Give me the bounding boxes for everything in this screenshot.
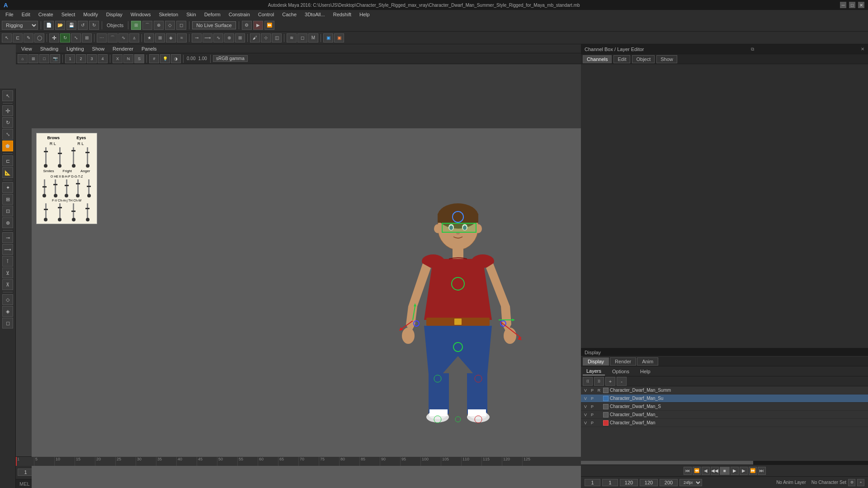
skip-start-button[interactable]: ⏮ xyxy=(684,467,692,475)
menu-file[interactable]: File xyxy=(2,11,17,18)
menu-skin[interactable]: Skin xyxy=(183,11,199,18)
layer-v-1[interactable]: V xyxy=(583,388,588,393)
vp-cam-button[interactable]: 📷 xyxy=(50,54,60,63)
move-tool-lp-button[interactable]: ✛ xyxy=(2,105,13,116)
sculpt-lp-button[interactable]: ✦ xyxy=(2,182,13,193)
rotate-tool-lp-button[interactable]: ↻ xyxy=(2,117,13,128)
move-tool-button[interactable]: ✛ xyxy=(49,33,59,42)
layer-row-1[interactable]: V P R Character_Dwarf_Man_Summ xyxy=(581,386,868,394)
tool-lp11-button[interactable]: ◻ xyxy=(2,318,13,328)
prev-frame-button[interactable]: ◀ xyxy=(702,467,710,475)
lasso-lp-button[interactable]: ⊏ xyxy=(2,155,13,166)
cluster-button[interactable]: ★ xyxy=(144,33,154,42)
vp-normals-button[interactable]: N xyxy=(123,54,133,63)
menu-cache[interactable]: Cache xyxy=(278,11,300,18)
vp-shading2-button[interactable]: 2 xyxy=(76,54,86,63)
scale-tool-button[interactable]: ⤡ xyxy=(71,33,81,42)
next-frame-button[interactable]: ▶ xyxy=(740,467,748,475)
measure-lp-button[interactable]: 📐 xyxy=(2,167,13,178)
viewport-menu-show[interactable]: Show xyxy=(89,45,108,52)
layer-v-4[interactable]: V xyxy=(583,413,588,417)
tool-lp10-button[interactable]: ◈ xyxy=(2,306,13,317)
menu-deform[interactable]: Deform xyxy=(201,11,224,18)
viewport-menu-renderer[interactable]: Renderer xyxy=(109,45,137,52)
layer-row-5[interactable]: V P Character_Dwarf_Man xyxy=(581,419,868,427)
stop-button[interactable]: ■ xyxy=(720,467,730,475)
mode-dropdown[interactable]: Rigging xyxy=(2,21,38,30)
lasso-tool-button[interactable]: ⊏ xyxy=(13,33,23,42)
joint-tool-button[interactable]: ⊸ xyxy=(192,33,202,42)
menu-control[interactable]: Control xyxy=(255,11,278,18)
snap-surface-button[interactable]: ◇ xyxy=(165,21,175,30)
tab-show[interactable]: Show xyxy=(656,55,677,63)
frame-end-input[interactable] xyxy=(620,479,638,486)
open-scene-button[interactable]: 📂 xyxy=(55,21,65,30)
menu-skeleton[interactable]: Skeleton xyxy=(155,11,182,18)
tool-lp1-button[interactable]: ⊞ xyxy=(2,194,13,205)
reroot-button[interactable]: ⊞ xyxy=(235,33,245,42)
layer-p-1[interactable]: P xyxy=(590,388,595,393)
layer-p-5[interactable]: P xyxy=(590,421,595,425)
tab-anim[interactable]: Anim xyxy=(637,357,658,366)
subtab-layers[interactable]: Layers xyxy=(583,367,605,375)
frame-start-input[interactable] xyxy=(585,479,600,486)
tool-lp8-button[interactable]: ⊼ xyxy=(2,279,13,290)
save-scene-button[interactable]: 💾 xyxy=(66,21,76,30)
tool-lp7-button[interactable]: ⊻ xyxy=(2,267,13,278)
skip-end-button[interactable]: ⏭ xyxy=(758,467,766,475)
anim-start-input[interactable] xyxy=(640,479,658,486)
ik-handle-button[interactable]: ⟿ xyxy=(203,33,212,42)
current-frame-input[interactable] xyxy=(18,469,33,476)
ncloth-button[interactable]: ◻ xyxy=(297,33,307,42)
layer-fwd-button[interactable]: ⟩⟩ xyxy=(594,377,604,386)
tool-lp6-button[interactable]: ⊺ xyxy=(2,256,13,267)
step-forward-button[interactable]: ⏩ xyxy=(749,467,757,475)
playhead[interactable] xyxy=(16,457,17,466)
paint-tool-lp-button[interactable]: ⬟ xyxy=(2,141,13,151)
scrollbar-thumb[interactable] xyxy=(581,461,753,465)
viewport-menu-lighting[interactable]: Lighting xyxy=(63,45,88,52)
rotate-tool-button[interactable]: ↻ xyxy=(60,33,70,42)
wrap-button[interactable]: ◈ xyxy=(166,33,176,42)
snap-view-button[interactable]: ◻ xyxy=(176,21,186,30)
paint-skin-button[interactable]: 🖌 xyxy=(250,33,260,42)
arrow-tool-button[interactable]: ↖ xyxy=(2,90,13,101)
tab-edit[interactable]: Edit xyxy=(613,55,630,63)
anim-end-input[interactable] xyxy=(660,479,678,486)
char-set-add-button[interactable]: + xyxy=(857,479,864,486)
layer-row-4[interactable]: V P Character_Dwarf_Man_ xyxy=(581,411,868,419)
undo-button[interactable]: ↺ xyxy=(78,21,88,30)
vp-smooth-button[interactable]: S xyxy=(134,54,144,63)
menu-edit[interactable]: Edit xyxy=(18,11,34,18)
render-button[interactable]: ▶ xyxy=(253,21,263,30)
render-settings-button[interactable]: ⚙ xyxy=(242,21,252,30)
muscle-button[interactable]: M xyxy=(308,33,318,42)
render-seq-button[interactable]: ⏩ xyxy=(264,21,274,30)
layers-scrollbar[interactable] xyxy=(581,461,868,465)
vp-xray-button[interactable]: X xyxy=(113,54,123,63)
layer-p-2[interactable]: P xyxy=(590,396,595,401)
menu-redshift[interactable]: Redshift xyxy=(330,11,355,18)
tab-channels[interactable]: Channels xyxy=(583,55,612,63)
layer-row-3[interactable]: V P Character_Dwarf_Man_S xyxy=(581,403,868,411)
close-button[interactable]: ✕ xyxy=(858,2,864,8)
menu-help[interactable]: Help xyxy=(356,11,373,18)
mirror-skin-button[interactable]: ◫ xyxy=(272,33,282,42)
tool-lp5-button[interactable]: ⟿ xyxy=(2,244,13,255)
minimize-button[interactable]: ─ xyxy=(840,2,846,8)
layer-v-2[interactable]: V xyxy=(583,396,588,401)
tab-render[interactable]: Render xyxy=(610,357,636,366)
vp-shading3-button[interactable]: 3 xyxy=(87,54,97,63)
vp-shading4-button[interactable]: 4 xyxy=(98,54,108,63)
layer-v-3[interactable]: V xyxy=(583,404,588,409)
render-tool1-button[interactable]: ▣ xyxy=(323,33,333,42)
redo-button[interactable]: ↻ xyxy=(89,21,99,30)
layer-v-5[interactable]: V xyxy=(583,421,588,425)
layer-remove-button[interactable]: - xyxy=(617,377,627,386)
srgb-gamma-button[interactable]: sRGB gamma xyxy=(213,55,248,62)
tool-lp2-button[interactable]: ⊡ xyxy=(2,206,13,216)
vp-lights-button[interactable]: 💡 xyxy=(160,54,170,63)
char-set-options-button[interactable]: ⚙ xyxy=(848,479,855,486)
twist-button[interactable]: ∿ xyxy=(118,33,128,42)
maximize-button[interactable]: □ xyxy=(849,2,855,8)
